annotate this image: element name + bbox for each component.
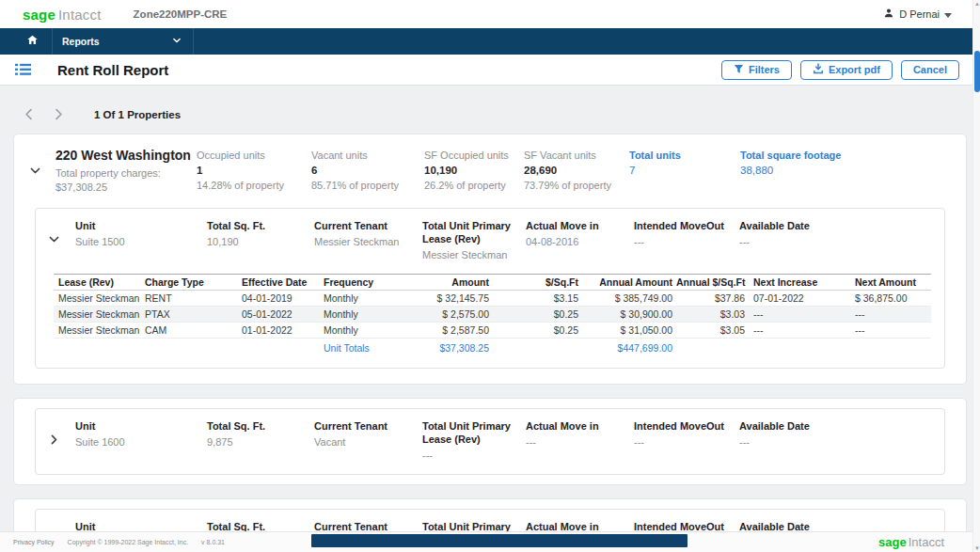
cancel-button[interactable]: Cancel <box>901 60 959 80</box>
nav-item-reports[interactable]: Reports <box>53 28 194 55</box>
unit-field: Current TenantMessier Steckman <box>314 219 422 261</box>
table-cell: $37.86 <box>674 292 747 304</box>
unit-field-label: Current Tenant <box>314 520 417 531</box>
unit-field-label: Available Date <box>739 419 875 433</box>
report-toolbar: Rent Roll Report Filters Export pdf Canc… <box>0 55 980 86</box>
table-cell: CAM <box>143 324 240 336</box>
unit-field-label: Intended MoveOut <box>634 419 734 433</box>
table-cell: $ 30,900.00 <box>580 308 674 320</box>
stat-value[interactable]: 7 <box>629 165 735 176</box>
table-cell: Messier Steckman <box>54 324 143 336</box>
filter-icon <box>734 64 744 76</box>
column-header: Amount <box>402 276 491 288</box>
chevron-down-icon[interactable] <box>27 148 55 195</box>
unit-field: Total Sq. Ft.10,190 <box>207 219 314 261</box>
table-cell: --- <box>747 324 848 336</box>
unit-totals-label: Unit Totals <box>322 342 402 354</box>
unit-field-value: --- <box>526 435 628 449</box>
property-header: 220 West Washington Total property charg… <box>14 134 966 204</box>
unit-field-label: Total Sq. Ft. <box>207 219 308 232</box>
table-cell: Monthly <box>322 292 402 304</box>
stat-value[interactable]: 38,880 <box>740 165 866 176</box>
user-icon <box>883 8 894 21</box>
unit-field: Total Sq. Ft.2,500 <box>207 520 314 531</box>
property-stats: Occupied units114.28% of propertyVacant … <box>197 148 953 195</box>
unit-card-1b: Unit1BTotal Sq. Ft.2,500Current TenantVa… <box>13 498 967 531</box>
lease-table-row: Messier SteckmanCAM01-01-2022Monthly$ 2,… <box>54 323 931 339</box>
unit-field: Total Unit Primary Lease (Rev)Messier St… <box>422 219 526 261</box>
unit-field: Total Unit Primary Lease (Rev)--- <box>422 520 526 531</box>
unit-field-value: Messier Steckman <box>314 235 417 248</box>
unit-field: Actual Move in--- <box>526 419 634 462</box>
column-header: Next Amount <box>848 276 931 288</box>
unit-field: Intended MoveOut--- <box>634 219 739 261</box>
stat-label[interactable]: Total units <box>629 150 735 161</box>
unit-field: UnitSuite 1600 <box>75 419 207 462</box>
privacy-policy-link[interactable]: Privacy Policy <box>13 539 55 545</box>
unit-field: Intended MoveOut--- <box>634 419 739 462</box>
table-cell: 01-01-2022 <box>240 324 322 336</box>
horizontal-scrollbar-thumb[interactable] <box>311 534 688 547</box>
vertical-scrollbar[interactable]: ▲ ▼ <box>972 0 980 552</box>
page-title: Rent Roll Report <box>57 62 168 78</box>
column-header: Annual Amount <box>580 276 674 288</box>
unit-header: UnitSuite 1500Total Sq. Ft.10,190Current… <box>36 219 944 274</box>
footer-logo-intacct-text: Intacct <box>909 535 944 549</box>
stat-value: 6 <box>311 165 419 176</box>
property-stat: Total square footage38,880 <box>740 150 872 195</box>
next-page-button[interactable] <box>55 108 68 120</box>
property-stat: Vacant units685.71% of property <box>311 150 424 195</box>
stat-label: SF Occupied units <box>424 150 518 161</box>
stat-sub: 85.71% of property <box>311 180 419 191</box>
property-name: 220 West Washington <box>55 148 197 163</box>
user-name: D Pernai <box>899 8 940 20</box>
table-cell: $ 31,050.00 <box>580 324 674 336</box>
previous-page-button[interactable] <box>24 108 38 120</box>
pagination-label: 1 Of 1 Properties <box>94 109 181 120</box>
export-pdf-button[interactable]: Export pdf <box>800 60 893 80</box>
unit-field-label: Unit <box>75 219 201 232</box>
chevron-right-icon[interactable] <box>36 419 75 462</box>
property-charges-value: $37,308.25 <box>55 181 197 195</box>
scrollbar-up-arrow[interactable]: ▲ <box>973 0 980 8</box>
unit-field-label: Total Unit Primary Lease (Rev) <box>422 520 520 531</box>
unit-field: Current TenantVacant <box>314 419 422 462</box>
chevron-down-icon[interactable] <box>36 219 75 261</box>
property-stat: SF Occupied units10,19026.2% of property <box>424 150 524 195</box>
home-button[interactable] <box>13 28 53 55</box>
unit-field-label: Available Date <box>739 520 875 531</box>
unit-field-value: Messier Steckman <box>422 248 520 261</box>
export-pdf-button-label: Export pdf <box>829 64 880 75</box>
unit-field-label: Available Date <box>739 219 875 232</box>
lease-table-row: Messier SteckmanRENT04-01-2019Monthly$ 3… <box>54 291 931 307</box>
unit-field: Unit1B <box>75 520 207 531</box>
footer-sage-intacct-logo: sageIntacct <box>878 535 965 549</box>
report-content: 1 Of 1 Properties 220 West Washington To… <box>0 86 980 531</box>
table-cell: Messier Steckman <box>54 292 143 304</box>
unit-field-label: Current Tenant <box>314 219 417 232</box>
chevron-down-icon <box>944 8 952 20</box>
table-cell: 05-01-2022 <box>240 308 322 320</box>
table-cell: 04-01-2019 <box>240 292 322 304</box>
table-cell: --- <box>848 308 931 320</box>
vertical-scrollbar-thumb[interactable] <box>974 51 980 92</box>
filters-button[interactable]: Filters <box>721 60 792 80</box>
report-list-icon[interactable] <box>15 63 31 76</box>
scrollbar-down-arrow[interactable]: ▼ <box>973 544 980 552</box>
unit-field-label: Actual Move in <box>526 520 628 531</box>
chevron-right-icon[interactable] <box>36 520 75 531</box>
download-icon <box>813 63 824 76</box>
stat-sub: 73.79% of property <box>524 180 624 191</box>
unit-field-value: --- <box>422 449 520 462</box>
cancel-button-label: Cancel <box>913 64 947 75</box>
unit-field-label: Intended MoveOut <box>634 520 734 531</box>
company-name: Zone220MPP-CRE <box>134 8 228 20</box>
unit-field-value: Suite 1500 <box>75 235 201 248</box>
unit-totals-row: Unit Totals$37,308.25$447,699.00 <box>54 339 931 356</box>
stat-label[interactable]: Total square footage <box>740 150 866 161</box>
unit-card-suite-1600: UnitSuite 1600Total Sq. Ft.9,875Current … <box>13 398 967 485</box>
unit-field: Total Sq. Ft.9,875 <box>207 419 314 462</box>
unit-field-value: Vacant <box>314 435 417 449</box>
stat-label: Occupied units <box>197 150 306 161</box>
user-menu[interactable]: D Pernai <box>883 8 963 21</box>
